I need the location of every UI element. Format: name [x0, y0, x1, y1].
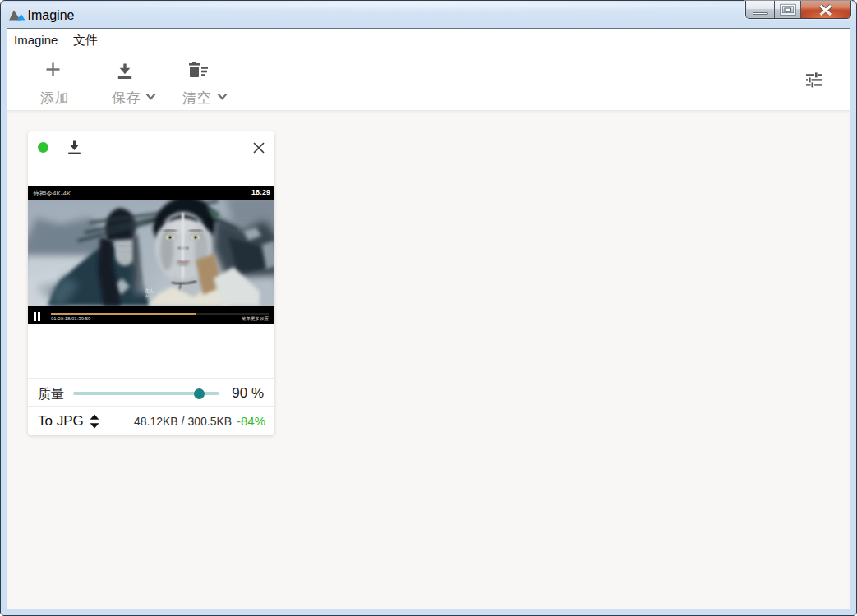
svg-text:Master: Master [145, 294, 155, 298]
svg-text:主人: 主人 [145, 288, 155, 293]
